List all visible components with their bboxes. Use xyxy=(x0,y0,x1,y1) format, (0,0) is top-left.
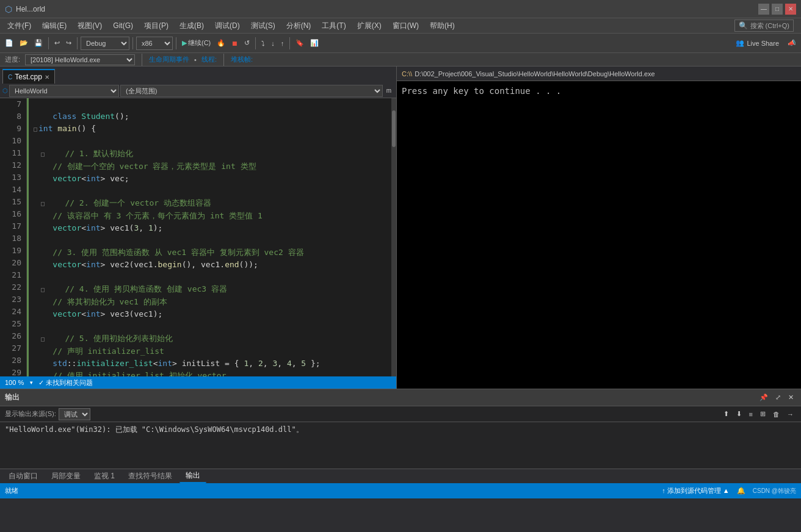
toolbar-sep-1 xyxy=(48,37,49,49)
menu-window[interactable]: 窗口(W) xyxy=(388,20,424,32)
pin-button[interactable]: 📌 xyxy=(757,392,770,403)
line-label: 线程: xyxy=(201,55,217,64)
bottom-panel-header: 输出 📌 ⤢ ✕ xyxy=(0,389,801,406)
float-button[interactable]: ⤢ xyxy=(773,392,783,403)
sep-dot-1: • xyxy=(194,56,197,63)
perf-button[interactable]: 📊 xyxy=(308,38,321,48)
console-area: C:\\ D:\002_Project\006_Visual_Studio\He… xyxy=(397,66,801,389)
toolbar-sep-3 xyxy=(132,37,133,49)
platform-select[interactable]: x86 xyxy=(136,37,173,50)
toolbar-sep-5 xyxy=(255,37,256,49)
output-content: "HelloWorld.exe"(Win32): 已加载 "C:\Windows… xyxy=(0,422,801,469)
bell-icon[interactable]: 🔔 xyxy=(737,487,745,495)
play-icon: ▶ xyxy=(182,39,187,47)
stack-label: 堆栈帧: xyxy=(231,55,253,64)
progress-bar: 进度: [20108] HelloWorld.exe 生命周期事件 • 线程: … xyxy=(0,53,801,66)
code-area[interactable]: 7 8 9 10 11 12 13 14 15 16 17 18 19 20 2… xyxy=(0,98,396,376)
tab-watch1[interactable]: 监视 1 xyxy=(88,470,121,483)
zoom-dropdown-icon[interactable]: ▼ xyxy=(29,380,34,386)
editor-tabs: C Test.cpp ✕ xyxy=(0,66,396,84)
toolbar-new[interactable]: 📄 xyxy=(2,38,16,48)
output-scroll-right[interactable]: → xyxy=(785,409,796,419)
source-label: 显示输出来源(S): xyxy=(5,409,56,419)
editor-toolbar: ⬡ HelloWorld (全局范围) m xyxy=(0,84,396,98)
menu-build[interactable]: 生成(B) xyxy=(175,20,209,32)
menu-view[interactable]: 视图(V) xyxy=(73,20,107,32)
minimize-button[interactable]: — xyxy=(758,4,769,15)
lifecycle-label: 生命周期事件 xyxy=(149,55,189,64)
toolbar-redo[interactable]: ↪ xyxy=(63,38,74,48)
toolbar-undo[interactable]: ↩ xyxy=(52,38,62,48)
liveshare-button[interactable]: 👥 Live Share xyxy=(731,38,784,48)
tab-locals[interactable]: 局部变量 xyxy=(45,470,87,483)
output-btn3[interactable]: ≡ xyxy=(747,409,755,419)
editor-tab-testcpp[interactable]: C Test.cpp ✕ xyxy=(2,69,55,84)
code-lens-button[interactable]: m xyxy=(384,86,394,95)
title-bar: ⬡ Hel...orld — □ ✕ xyxy=(0,0,801,18)
toolbar-sep-6 xyxy=(289,37,290,49)
close-panel-button[interactable]: ✕ xyxy=(786,392,796,403)
console-content: Press any key to continue . . . xyxy=(397,81,801,389)
source-control-button[interactable]: ↑ 添加到源代码管理 ▲ xyxy=(662,486,730,495)
menu-file[interactable]: 文件(F) xyxy=(2,20,36,32)
step-into-button[interactable]: ↓ xyxy=(269,38,277,48)
close-button[interactable]: ✕ xyxy=(785,4,796,15)
menu-git[interactable]: Git(G) xyxy=(108,20,138,31)
title-bar-title: Hel...orld xyxy=(16,5,45,13)
hot-reload-button[interactable]: 🔥 xyxy=(214,38,228,48)
output-btn4[interactable]: ⊞ xyxy=(758,409,768,419)
output-go-down[interactable]: ⬇ xyxy=(734,409,744,419)
feedback-button[interactable]: 📣 xyxy=(785,38,799,48)
output-go-up[interactable]: ⬆ xyxy=(721,409,731,419)
tab-close-button[interactable]: ✕ xyxy=(45,74,49,81)
menu-debug[interactable]: 调试(D) xyxy=(210,20,245,32)
tab-auto[interactable]: 自动窗口 xyxy=(2,470,44,483)
bottom-panel-controls: 📌 ⤢ ✕ xyxy=(757,392,796,403)
scope-select[interactable]: (全局范围) xyxy=(120,85,383,97)
menu-extensions[interactable]: 扩展(X) xyxy=(352,20,386,32)
status-right: ↑ 添加到源代码管理 ▲ 🔔 CSDN @韩骏亮 xyxy=(662,486,796,495)
no-issues-badge: ✓ 未找到相关问题 xyxy=(38,378,93,387)
main-area: C Test.cpp ✕ ⬡ HelloWorld (全局范围) m 7 8 9… xyxy=(0,66,801,389)
output-clear[interactable]: 🗑 xyxy=(770,409,782,419)
title-bar-controls: — □ ✕ xyxy=(758,4,796,15)
tab-filename: Test.cpp xyxy=(15,73,42,81)
toolbar: 📄 📂 💾 ↩ ↪ Debug x86 ▶ 继续(C) 🔥 ⏹ ↺ ⤵ ↓ ↑ … xyxy=(0,34,801,53)
liveshare-icon: 👥 xyxy=(736,39,744,47)
search-box[interactable]: 🔍 搜索 (Ctrl+Q) xyxy=(734,20,794,32)
menu-project[interactable]: 项目(P) xyxy=(139,20,173,32)
console-output: Press any key to continue . . . xyxy=(402,86,561,96)
editor-scrollbar[interactable] xyxy=(391,98,396,376)
bookmark-button[interactable]: 🔖 xyxy=(293,38,306,48)
tab-findresult[interactable]: 查找符号结果 xyxy=(122,470,178,483)
console-path-icon: C:\\ xyxy=(402,70,412,77)
line-numbers: 7 8 9 10 11 12 13 14 15 16 17 18 19 20 2… xyxy=(0,98,27,376)
code-content[interactable]: class Student(); □int main() { □ // 1. 默… xyxy=(29,98,391,376)
tab-output[interactable]: 输出 xyxy=(179,469,206,483)
toolbar-save[interactable]: 💾 xyxy=(32,38,45,48)
menu-analyze[interactable]: 分析(N) xyxy=(281,20,316,32)
menu-edit[interactable]: 编辑(E) xyxy=(37,20,71,32)
restart-button[interactable]: ↺ xyxy=(242,38,252,48)
maximize-button[interactable]: □ xyxy=(772,4,783,15)
stop-button[interactable]: ⏹ xyxy=(229,38,241,48)
debug-config-select[interactable]: Debug xyxy=(81,37,129,50)
step-over-button[interactable]: ⤵ xyxy=(259,38,267,48)
menu-tools[interactable]: 工具(T) xyxy=(317,20,350,32)
step-out-button[interactable]: ↑ xyxy=(278,38,287,48)
process-select[interactable]: [20108] HelloWorld.exe xyxy=(25,54,135,65)
menu-bar: 文件(F) 编辑(E) 视图(V) Git(G) 项目(P) 生成(B) 调试(… xyxy=(0,18,801,34)
liveshare-label: Live Share xyxy=(747,40,779,47)
progress-label: 进度: xyxy=(5,55,20,64)
scroll-thumb[interactable] xyxy=(392,110,396,147)
file-icon: ⬡ xyxy=(2,87,8,94)
toolbar-open[interactable]: 📂 xyxy=(17,38,31,48)
output-source-select[interactable]: 调试 xyxy=(59,408,90,420)
menu-test[interactable]: 测试(S) xyxy=(246,20,280,32)
vs-logo-icon: ⬡ xyxy=(5,4,12,14)
continue-button[interactable]: ▶ 继续(C) xyxy=(179,37,213,49)
menu-help[interactable]: 帮助(H) xyxy=(425,20,460,32)
editor-status: 100 % ▼ ✓ 未找到相关问题 xyxy=(0,376,396,389)
namespace-select[interactable]: HelloWorld xyxy=(9,85,119,97)
search-icon: 🔍 xyxy=(739,21,748,30)
